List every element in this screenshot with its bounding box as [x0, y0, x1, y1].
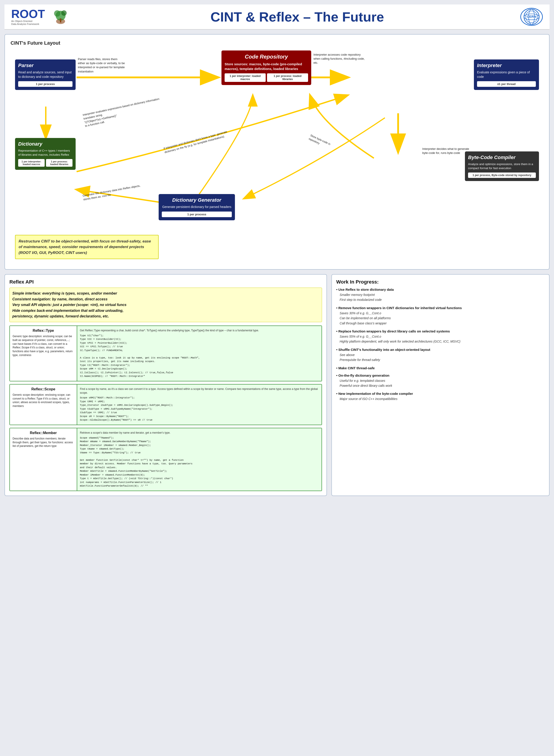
wip-sub-1b: First step to modularized code: [340, 297, 545, 302]
wip-item-2: • Remove function wrappers in CINT dicti…: [336, 306, 545, 326]
wip-sub-7a: Major source of ISO C++ incompatibilitie…: [340, 396, 545, 401]
dictionary-title: Dictionary: [18, 141, 72, 147]
interp-evaluates-annotation: Interpreter evaluates expressions based …: [82, 95, 173, 128]
code-repo-footer2: 1 per process: loaded libraries: [267, 73, 308, 82]
diagram-section: CINT's Future Layout: [4, 34, 550, 270]
svg-point-3: [61, 10, 67, 16]
parser-annotation: Parser reads files, stores them either a…: [78, 57, 125, 73]
dict-gen-title: Dictionary Generator: [162, 197, 232, 203]
page: ROOT An Object-OrientedData Analysis Fra…: [0, 0, 554, 505]
work-progress-title: Work In Progress:: [336, 279, 545, 285]
wip-bullet-1: • Use Reflex to store dictionary data: [336, 288, 545, 291]
dictionary-box: Dictionary Representation of C++ types /…: [15, 138, 75, 170]
reflex-scope-right: Find a scope by name, as it's a class we…: [77, 385, 322, 425]
reflex-api-intro: Simple interface: everything is types, s…: [9, 288, 322, 322]
root-tree-icon: [52, 8, 69, 26]
bytecode-body: Analyze and optimize expressions, store …: [468, 162, 536, 170]
reflex-type-left: Reflex::Type Generic type description: e…: [10, 326, 77, 381]
parser-box: Parser Read and analyze sources, send in…: [15, 59, 75, 90]
svg-point-2: [54, 10, 60, 17]
reflex-member-body: Describe data and function members; iter…: [12, 437, 74, 448]
wip-bullet-6: • On-the-fly dictionary generation: [336, 373, 545, 377]
diagram-container: Parser Read and analyze sources, send in…: [10, 51, 544, 264]
bottom-section: Reflex API Simple interface: everything …: [4, 274, 550, 496]
root-logo-area: ROOT An Object-OrientedData Analysis Fra…: [11, 8, 45, 25]
reflex-scope-right-header: Find a scope by name, as it's a class we…: [80, 387, 319, 395]
wip-bullet-5: • Make CINT thread-safe: [336, 366, 545, 370]
wip-bullet-7: • New implementation of the byte-code co…: [336, 392, 545, 396]
parser-footer: 1 per process: [18, 81, 72, 87]
reflex-member-left: Reflex::Member Describe data and functio…: [10, 428, 77, 490]
wip-sub-6a: Useful for e.g. templated classes: [340, 378, 545, 383]
reflex-scope-body: Generic scope description: enclosing sco…: [12, 393, 74, 408]
wip-sub-1a: Smaller memory footprint: [340, 292, 545, 297]
wip-item-5: • Make CINT thread-safe: [336, 366, 545, 370]
store-bytecode-annotation: Store byte-code in repository: [308, 133, 342, 155]
reflex-type-item: Reflex::Type Generic type description: e…: [9, 326, 322, 382]
root-logo-subtitle: An Object-OrientedData Analysis Framewor…: [11, 20, 39, 25]
parser-title: Parser: [18, 63, 72, 68]
wip-sub-3b: Highly platform dependent, will only wor…: [340, 339, 545, 344]
reflex-member-right-header: Retrieve a scope's data member by name a…: [80, 431, 319, 435]
code-repo-footer1: 1 per interpreter: loaded macros: [225, 73, 266, 82]
svg-rect-4: [60, 18, 61, 22]
reflex-type-right-header: Get Reflex::Type representing a char, bu…: [80, 329, 319, 333]
reflex-scope-left: Reflex::Scope Generic scope description:…: [10, 385, 77, 425]
interpreter-box: Interpreter Evaluate expressions given a…: [474, 59, 539, 90]
reflex-api-title: Reflex API: [9, 279, 322, 285]
reflex-type-code: Type tC("char"); Type tCC = ConstBuilder…: [80, 334, 319, 378]
wip-bullet-2: • Remove function wrappers in CINT dicti…: [336, 306, 545, 310]
reflex-scope-title: Reflex::Scope: [12, 387, 74, 391]
wip-sub-6b: Powerful once direct library calls work: [340, 383, 545, 388]
reflex-scope-code: Scope sRMI("ROOT::Math::Integrator"); Ty…: [80, 396, 319, 422]
interp-decides-annotation: Interpreter decides what to generate byt…: [422, 147, 472, 155]
dictionary-body: Representation of C++ types / members of…: [18, 149, 72, 157]
reflex-scope-item: Reflex::Scope Generic scope description:…: [9, 384, 322, 425]
dict-gen-box: Dictionary Generator Generate persistent…: [159, 194, 235, 220]
interpreter-title: Interpreter: [477, 63, 536, 68]
if-interp-annotation: If interpreter and dictionary don't know…: [163, 129, 230, 154]
generator-fills-annotation: Generator fills dictionary data into Ref…: [82, 183, 146, 201]
dictionary-footer: 1 per interpreter: loaded macros 1 per p…: [18, 159, 72, 167]
wip-sub-2c: Call through base class's wrapper: [340, 321, 545, 326]
reflex-type-right: Get Reflex::Type representing a char, bu…: [77, 326, 322, 381]
wip-sub-2a: Saves 30% of e.g. G__Cont.o: [340, 311, 545, 315]
interpreter-footer: ≥1 per thread: [477, 81, 536, 87]
cern-logo: CERN: [520, 8, 543, 26]
bytecode-title: Byte-Code Compiler: [468, 155, 536, 160]
wip-item-6: • On-the-fly dictionary generation Usefu…: [336, 373, 545, 388]
wip-sub-2b: Can be implemented on all platforms: [340, 315, 545, 321]
reflex-type-body: Generic type description: enclosing scop…: [12, 335, 74, 357]
reflex-items-list: Reflex::Type Generic type description: e…: [9, 326, 322, 491]
code-repo-footer: 1 per interpreter: loaded macros 1 per p…: [225, 73, 308, 82]
reflex-type-title: Reflex::Type: [12, 329, 74, 333]
wip-item-7: • New implementation of the byte-code co…: [336, 392, 545, 401]
bytecode-footer: 1 per process, Byte-code stored by repos…: [468, 173, 536, 178]
interpreter-annotation: Interpreter accesses code repository whe…: [314, 53, 367, 65]
bytecode-box: Byte-Code Compiler Analyze and optimize …: [465, 152, 539, 181]
code-repo-title: Code Repository: [225, 54, 308, 60]
wip-item-3: • Replace function wrappers by direct li…: [336, 329, 545, 344]
code-repo-body: Store sources: macros, byte-code (pre-co…: [225, 62, 308, 71]
root-logo-text: ROOT: [11, 8, 45, 20]
reflex-member-title: Reflex::Member: [12, 431, 74, 435]
diagram-section-title: CINT's Future Layout: [10, 40, 544, 46]
reflex-member-item: Reflex::Member Describe data and functio…: [9, 428, 322, 491]
code-repo-box: Code Repository Store sources: macros, b…: [221, 51, 311, 85]
wip-bullet-4: • Shuffle CINT's functionality into an o…: [336, 348, 545, 352]
wip-bullet-3: • Replace function wrappers by direct li…: [336, 329, 545, 333]
wip-item-1: • Use Reflex to store dictionary data Sm…: [336, 288, 545, 302]
dict-gen-body: Generate persistent dictionary for parse…: [162, 205, 232, 209]
reflex-member-code: Scope sNamed("TNamed"); Member mName = s…: [80, 436, 319, 488]
dict-footer1: 1 per interpreter: loaded macros: [18, 159, 45, 167]
reflex-member-right: Retrieve a scope's data member by name a…: [77, 428, 322, 490]
interpreter-body: Evaluate expressions given a piece of co…: [477, 70, 536, 79]
svg-text:CERN: CERN: [527, 14, 537, 18]
dict-footer2: 1 per process: loaded libraries: [46, 159, 72, 167]
wip-sub-3a: Saves 55% of e.g. G__Cont.o: [340, 334, 545, 339]
reflex-api-section: Reflex API Simple interface: everything …: [4, 274, 327, 496]
wip-sub-4b: Prerequisite for thread-safety: [340, 357, 545, 362]
yellow-note: Restructure CINT to be object-oriented, …: [15, 235, 159, 259]
wip-item-4: • Shuffle CINT's functionality into an o…: [336, 348, 545, 362]
work-progress-section: Work In Progress: • Use Reflex to store …: [331, 274, 550, 496]
